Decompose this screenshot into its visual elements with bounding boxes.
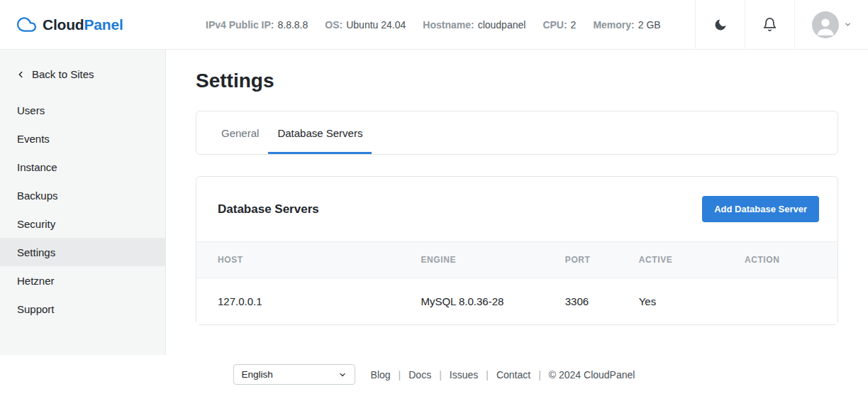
chevron-left-icon — [16, 70, 26, 80]
cloudpanel-logo[interactable]: CloudPanel — [0, 0, 166, 49]
table-header: Host Engine Port Active Action — [196, 242, 838, 278]
cell-active: Yes — [639, 278, 745, 325]
info-label: Hostname: — [423, 19, 474, 31]
footer: English Blog | Docs | Issues | Contact |… — [0, 355, 868, 394]
sidebar-nav: Users Events Instance Backups Security S… — [0, 96, 165, 323]
top-bar: CloudPanel IPv4 Public IP:8.8.8.8 OS:Ubu… — [0, 0, 868, 50]
settings-tabs: General Database Servers — [196, 111, 838, 155]
server-info-memory: Memory:2 GB — [593, 19, 660, 31]
server-info-os: OS:Ubuntu 24.04 — [325, 19, 406, 31]
brand-first: Cloud — [43, 16, 84, 33]
cell-engine: MySQL 8.0.36-28 — [421, 278, 564, 325]
info-value: Ubuntu 24.04 — [346, 19, 406, 31]
cell-port: 3306 — [565, 278, 639, 325]
chevron-down-icon — [338, 371, 347, 379]
info-value: 8.8.8.8 — [277, 19, 308, 31]
database-servers-panel: Database Servers Add Database Server Hos… — [196, 176, 838, 325]
footer-link-blog[interactable]: Blog — [371, 369, 391, 381]
back-to-sites-link[interactable]: Back to Sites — [0, 58, 165, 96]
info-value: 2 — [571, 19, 577, 31]
table-row: 127.0.0.1 MySQL 8.0.36-28 3306 Yes — [196, 278, 838, 325]
column-header-action: Action — [745, 242, 838, 278]
column-header-engine: Engine — [421, 242, 564, 278]
separator: | — [538, 369, 541, 381]
panel-title: Database Servers — [218, 202, 319, 217]
info-value: 2 GB — [638, 19, 661, 31]
column-header-host: Host — [196, 242, 421, 278]
brand-name: CloudPanel — [43, 16, 123, 33]
dark-mode-toggle[interactable] — [695, 0, 745, 49]
info-label: OS: — [325, 19, 343, 31]
add-database-server-button[interactable]: Add Database Server — [702, 196, 819, 222]
separator: | — [486, 369, 489, 381]
database-servers-table: Host Engine Port Active Action 127.0.0.1… — [196, 241, 838, 324]
footer-link-docs[interactable]: Docs — [408, 369, 431, 381]
info-label: CPU: — [542, 19, 567, 31]
sidebar-item-backups[interactable]: Backups — [0, 181, 165, 209]
info-value: cloudpanel — [478, 19, 526, 31]
user-menu[interactable] — [794, 0, 868, 49]
cell-host: 127.0.0.1 — [196, 278, 421, 325]
sidebar-item-security[interactable]: Security — [0, 209, 165, 238]
language-select[interactable]: English — [233, 364, 355, 385]
info-label: IPv4 Public IP: — [206, 19, 274, 31]
sidebar-item-instance[interactable]: Instance — [0, 153, 165, 181]
sidebar-item-support[interactable]: Support — [0, 295, 165, 323]
caret-down-icon — [844, 21, 852, 28]
notifications-button[interactable] — [745, 0, 794, 49]
sidebar-item-hetzner[interactable]: Hetzner — [0, 266, 165, 295]
footer-links: Blog | Docs | Issues | Contact | © 2024 … — [371, 369, 635, 381]
cloudpanel-app: CloudPanel IPv4 Public IP:8.8.8.8 OS:Ubu… — [0, 0, 868, 394]
copyright: © 2024 CloudPanel — [549, 369, 635, 381]
bell-icon — [762, 17, 777, 32]
brand-second: Panel — [84, 16, 123, 33]
panel-header: Database Servers Add Database Server — [196, 177, 838, 241]
sidebar-item-events[interactable]: Events — [0, 124, 165, 153]
info-label: Memory: — [593, 19, 634, 31]
topbar-actions — [695, 0, 868, 49]
tab-database-servers[interactable]: Database Servers — [268, 111, 372, 154]
page-title: Settings — [196, 70, 838, 92]
moon-icon — [713, 18, 728, 32]
server-info-cpu: CPU:2 — [542, 19, 576, 31]
tab-general[interactable]: General — [212, 111, 268, 154]
server-info: IPv4 Public IP:8.8.8.8 OS:Ubuntu 24.04 H… — [206, 0, 661, 49]
separator: | — [399, 369, 401, 381]
sidebar-item-users[interactable]: Users — [0, 96, 165, 124]
avatar — [812, 11, 839, 38]
column-header-active: Active — [639, 242, 745, 278]
cell-action — [745, 278, 838, 325]
separator: | — [439, 369, 442, 381]
server-info-hostname: Hostname:cloudpanel — [423, 19, 525, 31]
footer-link-issues[interactable]: Issues — [450, 369, 478, 381]
sidebar-item-settings[interactable]: Settings — [0, 238, 165, 266]
language-selected-value: English — [242, 369, 273, 380]
footer-link-contact[interactable]: Contact — [496, 369, 530, 381]
cloud-logo-icon — [17, 15, 36, 34]
server-info-ip: IPv4 Public IP:8.8.8.8 — [206, 19, 308, 31]
sidebar: Back to Sites Users Events Instance Back… — [0, 50, 166, 355]
back-to-sites-label: Back to Sites — [32, 68, 94, 80]
page-body: Back to Sites Users Events Instance Back… — [0, 50, 868, 355]
column-header-port: Port — [565, 242, 639, 278]
main-content: Settings General Database Servers Databa… — [166, 50, 868, 355]
